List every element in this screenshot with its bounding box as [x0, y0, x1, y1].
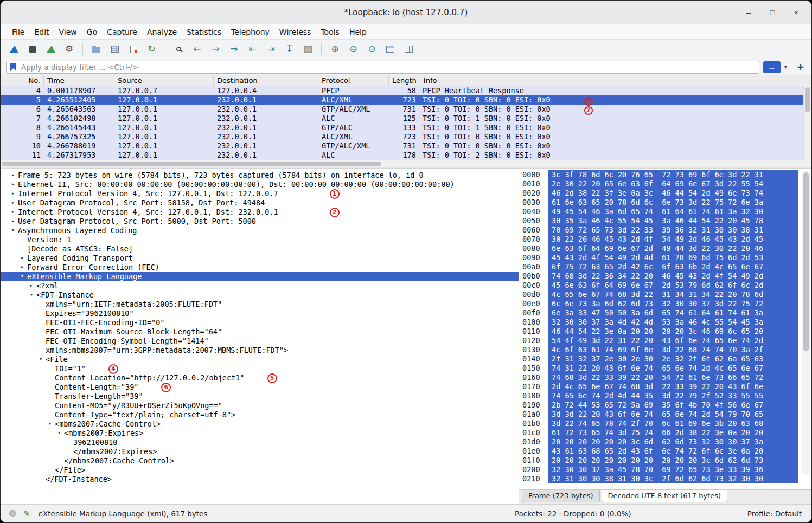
close-file-button[interactable]	[125, 42, 141, 57]
open-file-button[interactable]	[88, 42, 104, 57]
column-header-source[interactable]: Source	[114, 75, 214, 86]
hex-row[interactable]: 01402f 31 32 37 2e 30 2e 30 2e 32 2f 6f …	[522, 354, 811, 364]
menu-item-wireless[interactable]: Wireless	[274, 25, 316, 38]
expand-arrow-icon[interactable]: ▸	[8, 171, 18, 178]
fixed-columns-button[interactable]	[401, 42, 417, 57]
maximize-button[interactable]: □	[766, 6, 779, 19]
bytes-tab[interactable]: Decoded UTF-8 text (617 bytes)	[602, 490, 727, 502]
detail-line[interactable]: Content-Type="text/plain; charset=utf-8"…	[1, 410, 519, 419]
column-header-no[interactable]: No.	[1, 75, 44, 86]
hex-row[interactable]: 01d020 20 20 20 20 20 3c 6d 62 6d 73 32 …	[522, 437, 811, 447]
menu-item-file[interactable]: File	[7, 25, 29, 38]
detail-line[interactable]: ▾eXtensible Markup Language	[1, 272, 519, 281]
column-header-destination[interactable]: Destination	[214, 75, 318, 86]
collapse-arrow-icon[interactable]: ▾	[45, 420, 55, 427]
detail-line[interactable]: xmlns="urn:IETF:metadata:2005:FLUTE:FDT"	[1, 299, 519, 308]
detail-line[interactable]: ▾<File	[1, 354, 519, 364]
hex-row[interactable]: 00e06c 6e 73 3a 6d 62 6d 73 32 30 30 37 …	[522, 299, 811, 308]
hex-row[interactable]: 00806e 63 6f 64 69 6e 67 2d 49 44 3d 22 …	[522, 244, 811, 253]
menu-item-view[interactable]: View	[54, 25, 82, 38]
close-button[interactable]: ×	[790, 6, 803, 19]
hex-row[interactable]: 016074 68 3d 22 33 39 22 20 54 72 61 6e …	[522, 373, 811, 382]
capture-comment-icon[interactable]: ✎	[23, 509, 30, 519]
detail-line[interactable]: ▸Layered Coding Transport	[1, 253, 519, 262]
minimize-button[interactable]: –	[742, 6, 755, 19]
expand-arrow-icon[interactable]: ▸	[8, 208, 18, 215]
menu-item-tools[interactable]: Tools	[316, 25, 344, 38]
detail-line[interactable]: ▾Asynchronous Layered Coding	[1, 225, 519, 235]
hex-row[interactable]: 015074 31 22 20 43 6f 6e 74 65 6e 74 2d …	[522, 364, 811, 373]
start-capture-button[interactable]	[6, 42, 22, 57]
hex-row[interactable]: 00f06e 3a 33 47 50 50 3a 6d 65 74 61 64 …	[522, 308, 811, 318]
stop-capture-button[interactable]	[24, 42, 40, 57]
detail-line[interactable]: ▸Ethernet II, Src: 00:00:00_00:00:00 (00…	[1, 179, 519, 189]
packet-row[interactable]: 54.265512405127.0.0.1232.0.0.1ALC/XML723…	[1, 95, 811, 105]
menu-item-capture[interactable]: Capture	[102, 25, 142, 38]
find-packet-button[interactable]	[171, 42, 187, 57]
colorize-button[interactable]	[300, 42, 316, 57]
hex-row[interactable]: 00003c 3f 78 6d 6c 20 76 65 72 73 69 6f …	[522, 170, 811, 179]
menu-item-go[interactable]: Go	[82, 25, 102, 38]
detail-line[interactable]: Content-Length="39"6	[1, 382, 519, 391]
display-filter-input[interactable]: Apply a display filter ... <Ctrl-/>	[6, 61, 759, 74]
bytes-scrollbar[interactable]	[802, 171, 810, 475]
hex-row[interactable]: 01e043 61 63 68 65 2d 43 6f 6e 74 72 6f …	[522, 447, 811, 456]
detail-line[interactable]: Content-MD5="y/R3UU+rDSerZi5oKpOVng=="	[1, 401, 519, 410]
column-header-protocol[interactable]: Protocol	[318, 75, 389, 86]
go-first-button[interactable]: ⇤	[245, 42, 260, 57]
zoom-out-button[interactable]: ⊖	[346, 42, 361, 57]
hex-row[interactable]: 010032 30 30 37 3a 4d 42 4d 53 3a 46 4c …	[522, 318, 811, 327]
packet-row[interactable]: 114.267317953127.0.0.1232.0.0.1ALC178TSI…	[1, 151, 811, 160]
expand-arrow-icon[interactable]: ▸	[17, 254, 27, 261]
expand-arrow-icon[interactable]: ▸	[17, 263, 27, 270]
hex-row[interactable]: 005030 35 3a 46 4c 55 54 45 3a 46 44 54 …	[522, 216, 811, 225]
hex-row[interactable]: 00b074 68 3d 22 36 34 22 20 46 45 43 2d …	[522, 272, 811, 281]
title-bar[interactable]: *Loopback: lo (host 127.0.0.7) – □ ×	[1, 1, 811, 24]
packet-row[interactable]: 64.265643563127.0.0.1232.0.0.1GTP/ALC/XM…	[1, 105, 811, 114]
menu-item-edit[interactable]: Edit	[29, 25, 54, 38]
detail-line[interactable]: FEC-OTI-Encoding-Symbol-Length="1414"	[1, 336, 519, 345]
detail-line[interactable]: Expires="3962100810"	[1, 308, 519, 318]
column-header-length[interactable]: Length	[389, 75, 420, 86]
filter-dropdown-caret-icon[interactable]: ▾	[784, 64, 787, 70]
detail-line[interactable]: xmlns:mbms2007="urn:3GPP:metadata:2007:M…	[1, 345, 519, 354]
detail-line[interactable]: ▸Forward Error Correction (FEC)	[1, 262, 519, 272]
expand-arrow-icon[interactable]: ▸	[27, 282, 36, 289]
collapse-arrow-icon[interactable]: ▾	[8, 227, 18, 234]
hex-row[interactable]: 004049 45 54 46 3a 6d 65 74 61 64 61 74 …	[522, 207, 811, 216]
packet-row[interactable]: 74.266102498127.0.0.1232.0.0.1ALC125TSI:…	[1, 114, 811, 123]
expand-arrow-icon[interactable]: ▸	[8, 190, 18, 197]
profile-status[interactable]: Profile: Default	[747, 509, 802, 518]
menu-item-statistics[interactable]: Statistics	[182, 25, 226, 38]
reload-button[interactable]: ↻	[144, 42, 159, 57]
add-filter-button[interactable]: +	[795, 61, 806, 73]
packet-row[interactable]: 104.266788019127.0.0.1232.0.0.1GTP/ALC/X…	[1, 141, 811, 151]
packet-row[interactable]: 94.266757325127.0.0.1232.0.0.1ALC/XML723…	[1, 132, 811, 141]
hex-row[interactable]: 003061 6e 63 65 20 78 6d 6c 6e 73 3d 22 …	[522, 198, 811, 207]
resize-columns-button[interactable]	[382, 42, 398, 57]
menu-item-telephony[interactable]: Telephony	[226, 25, 274, 38]
hex-row[interactable]: 006070 69 72 65 73 3d 22 33 39 36 32 31 …	[522, 225, 811, 235]
hex-row[interactable]: 01902b 72 44 53 65 72 5a 69 35 6f 4b 70 …	[522, 401, 811, 410]
expand-arrow-icon[interactable]: ▸	[8, 199, 18, 206]
go-back-button[interactable]: ←	[189, 42, 205, 57]
menu-item-help[interactable]: Help	[344, 25, 372, 38]
save-file-button[interactable]	[107, 42, 123, 57]
hex-row[interactable]: 021032 31 30 30 38 31 30 3c 2f 6d 62 6d …	[522, 474, 811, 483]
scrollbar-thumb[interactable]	[2, 162, 381, 166]
hex-row[interactable]: 01f020 20 20 20 20 20 20 20 20 20 20 3c …	[522, 456, 811, 465]
hex-row[interactable]: 00d04c 65 6e 67 74 68 3d 22 31 34 31 34 …	[522, 290, 811, 299]
detail-line[interactable]: </mbms2007:Expires>	[1, 447, 519, 456]
packet-row[interactable]: 84.266145443127.0.0.1232.0.0.1GTP/ALC133…	[1, 123, 811, 132]
detail-line[interactable]: ▸Internet Protocol Version 4, Src: 127.0…	[1, 207, 519, 216]
collapse-arrow-icon[interactable]: ▾	[54, 429, 64, 436]
hex-row[interactable]: 01702d 4c 65 6e 67 74 68 3d 22 33 39 22 …	[522, 382, 811, 391]
hex-row[interactable]: 01a03d 3d 22 20 43 6f 6e 74 65 6e 74 2d …	[522, 410, 811, 419]
detail-line[interactable]: </FDT-Instance>	[1, 474, 519, 483]
detail-line[interactable]: ▸Internet Protocol Version 4, Src: 127.0…	[1, 189, 519, 198]
detail-line[interactable]: 3962100810	[1, 437, 519, 447]
hex-row[interactable]: 00102e 30 22 20 65 6e 63 6f 64 69 6e 67 …	[522, 179, 811, 189]
detail-line[interactable]: Content-Location="http://127.0.0.2/objec…	[1, 373, 519, 382]
packet-list-scrollbar[interactable]	[803, 86, 811, 160]
expand-arrow-icon[interactable]: ▸	[8, 217, 18, 224]
